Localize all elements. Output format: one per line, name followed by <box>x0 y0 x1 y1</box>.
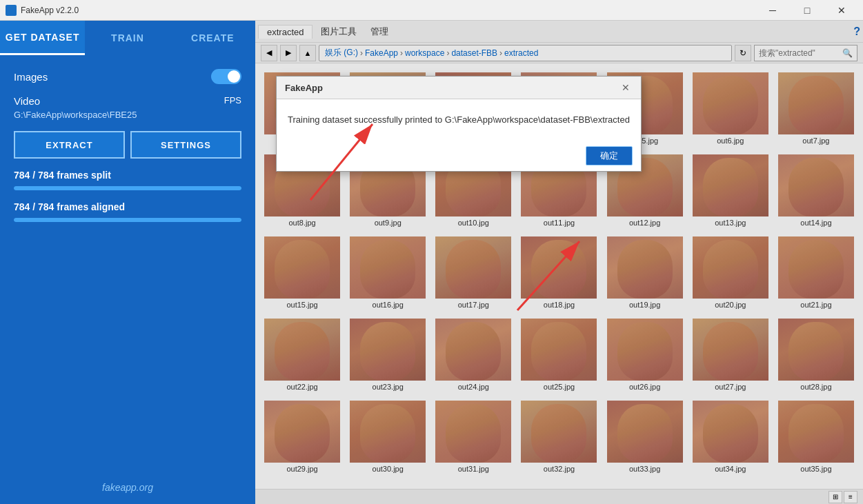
dialog-footer: 确定 <box>277 141 641 171</box>
fps-label: FPS <box>224 95 241 107</box>
main-layout: GET DATASET TRAIN CREATE Images Video FP… <box>0 21 863 504</box>
dialog-close-button[interactable]: ✕ <box>619 81 633 94</box>
footer-text: fakeapp.org <box>102 482 153 493</box>
sidebar-content: Images Video FPS G:\FakeApp\workspace\FB… <box>0 55 255 471</box>
frames-aligned-label: 784 / 784 frames aligned <box>14 201 241 212</box>
frames-split-progress-bg <box>14 186 241 190</box>
close-button[interactable]: ✕ <box>826 0 857 21</box>
app-icon <box>6 5 17 16</box>
dialog-ok-button[interactable]: 确定 <box>586 146 633 165</box>
title-bar: FakeApp v2.2.0 ─ □ ✕ <box>0 0 863 21</box>
images-label: Images <box>14 71 48 83</box>
frames-aligned-progress-bg <box>14 218 241 222</box>
video-path: G:\FakeApp\workspace\FBE25 <box>14 110 241 120</box>
sidebar-footer: fakeapp.org <box>0 471 255 504</box>
window-controls: ─ □ ✕ <box>757 0 857 21</box>
sidebar: GET DATASET TRAIN CREATE Images Video FP… <box>0 21 255 504</box>
frames-split-label: 784 / 784 frames split <box>14 170 241 181</box>
dialog-title: FakeApp <box>285 83 323 93</box>
window-title: FakeApp v2.2.0 <box>21 6 757 15</box>
minimize-button[interactable]: ─ <box>757 0 788 21</box>
file-explorer: extracted 图片工具 管理 ? ◀ ▶ ▲ 娱乐 (G:) › Fake… <box>255 21 863 504</box>
settings-button[interactable]: SETTINGS <box>130 131 241 159</box>
images-row: Images <box>14 69 241 84</box>
frames-split-section: 784 / 784 frames split <box>14 170 241 190</box>
tab-bar: GET DATASET TRAIN CREATE <box>0 21 255 55</box>
frames-aligned-progress-fill <box>14 218 241 222</box>
dialog-title-bar: FakeApp ✕ <box>277 77 641 99</box>
action-buttons: EXTRACT SETTINGS <box>14 131 241 159</box>
maximize-button[interactable]: □ <box>791 0 823 21</box>
arrow-decoration-2 <box>497 228 635 365</box>
dialog-overlay: FakeApp ✕ Training dataset successfully … <box>255 21 863 504</box>
extract-button[interactable]: EXTRACT <box>14 131 125 159</box>
svg-line-3 <box>517 241 579 310</box>
tab-create[interactable]: CREATE <box>170 21 255 55</box>
video-label: Video <box>14 95 40 107</box>
dialog-body: Training dataset successfully printed to… <box>277 99 641 141</box>
dialog-box: FakeApp ✕ Training dataset successfully … <box>276 76 642 172</box>
images-toggle[interactable] <box>211 69 241 84</box>
tab-train[interactable]: TRAIN <box>85 21 170 55</box>
tab-get-dataset[interactable]: GET DATASET <box>0 21 85 55</box>
frames-split-progress-fill <box>14 186 241 190</box>
video-section: Video FPS G:\FakeApp\workspace\FBE25 <box>14 95 241 120</box>
dialog-message: Training dataset successfully printed to… <box>288 114 630 125</box>
frames-aligned-section: 784 / 784 frames aligned <box>14 201 241 222</box>
